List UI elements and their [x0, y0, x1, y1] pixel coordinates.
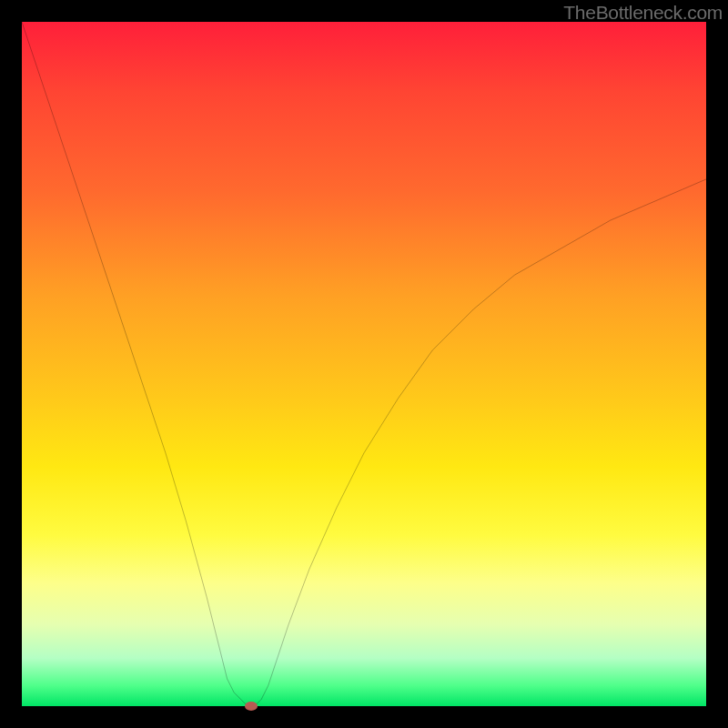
optimal-point-marker — [245, 702, 258, 711]
chart-plot-area — [22, 22, 706, 706]
watermark-text: TheBottleneck.com — [563, 2, 723, 24]
bottleneck-curve — [22, 22, 706, 706]
